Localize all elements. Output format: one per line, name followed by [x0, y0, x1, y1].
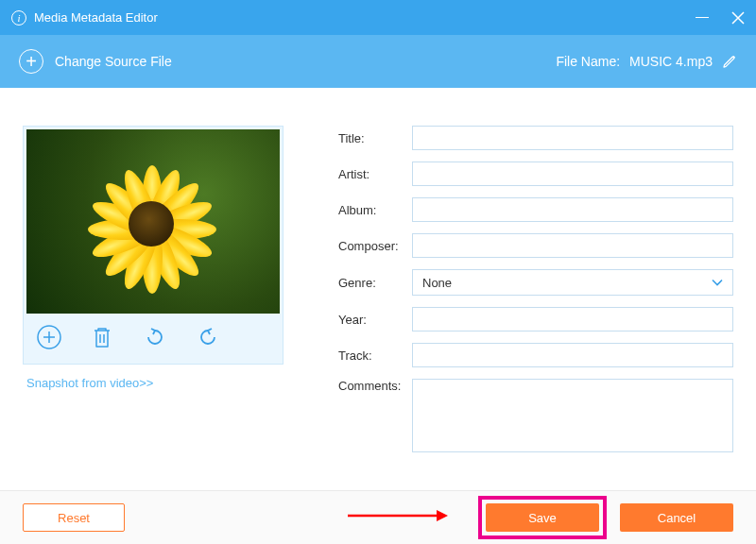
change-source-button[interactable]: Change Source File — [55, 54, 172, 69]
filename-label: File Name: — [556, 54, 620, 69]
info-icon: i — [11, 10, 26, 26]
save-button[interactable]: Save — [486, 503, 599, 532]
cancel-button[interactable]: Cancel — [620, 503, 733, 532]
year-label: Year: — [338, 313, 412, 327]
rotate-left-button[interactable] — [142, 324, 168, 350]
title-input[interactable] — [412, 126, 733, 150]
track-label: Track: — [338, 348, 412, 363]
album-label: Album: — [338, 203, 412, 217]
genre-value: None — [422, 276, 452, 290]
artwork-image — [26, 129, 280, 314]
edit-filename-icon[interactable] — [722, 54, 737, 69]
add-artwork-button[interactable] — [36, 324, 62, 350]
reset-button[interactable]: Reset — [23, 503, 125, 532]
footer: Reset Save Cancel — [0, 490, 756, 544]
form-column: Title: Artist: Album: Composer: Genre: N… — [284, 126, 733, 488]
chevron-down-icon — [712, 276, 723, 290]
titlebar: i Media Metadata Editor — [0, 0, 756, 35]
artwork-tools — [26, 314, 280, 361]
artist-input[interactable] — [412, 162, 733, 186]
genre-label: Genre: — [338, 276, 412, 290]
track-input[interactable] — [412, 343, 733, 367]
artwork-column: Snapshot from video>> — [23, 126, 284, 488]
album-input[interactable] — [412, 197, 733, 222]
title-label: Title: — [338, 131, 412, 145]
comments-label: Comments: — [338, 379, 412, 393]
close-icon[interactable] — [731, 11, 745, 25]
year-input[interactable] — [412, 307, 733, 332]
window-title: Media Metadata Editor — [34, 10, 158, 25]
genre-select[interactable]: None — [412, 269, 733, 296]
artist-label: Artist: — [338, 167, 412, 181]
comments-textarea[interactable] — [412, 379, 733, 452]
arrow-annotation-icon — [346, 508, 450, 527]
save-button-highlight: Save — [478, 496, 607, 539]
toolbar: Change Source File File Name: MUSIC 4.mp… — [0, 35, 756, 88]
artwork-card — [23, 126, 284, 365]
content-area: Snapshot from video>> Title: Artist: Alb… — [0, 88, 756, 488]
composer-input[interactable] — [412, 233, 733, 258]
composer-label: Composer: — [338, 239, 412, 253]
filename-value: MUSIC 4.mp3 — [629, 54, 713, 69]
rotate-right-button[interactable] — [195, 324, 221, 350]
plus-circle-icon[interactable] — [19, 49, 43, 74]
delete-artwork-button[interactable] — [89, 324, 115, 350]
snapshot-link[interactable]: Snapshot from video>> — [23, 365, 284, 401]
minimize-icon[interactable] — [696, 17, 709, 18]
